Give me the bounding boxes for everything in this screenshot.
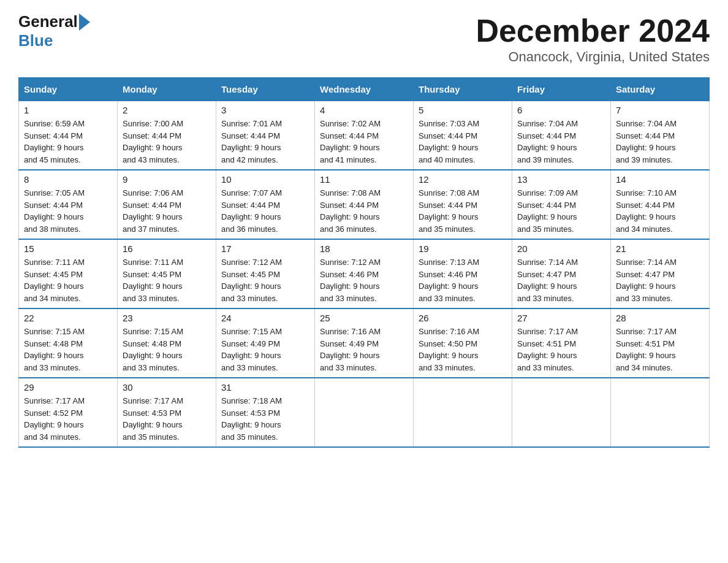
table-row: 9 Sunrise: 7:06 AM Sunset: 4:44 PM Dayli… bbox=[118, 170, 216, 239]
table-row: 17 Sunrise: 7:12 AM Sunset: 4:45 PM Dayl… bbox=[216, 239, 315, 308]
table-row: 5 Sunrise: 7:03 AM Sunset: 4:44 PM Dayli… bbox=[414, 101, 512, 170]
title-area: December 2024 Onancock, Virginia, United… bbox=[476, 12, 710, 65]
day-info: Sunrise: 7:17 AM Sunset: 4:52 PM Dayligh… bbox=[24, 395, 112, 443]
day-number: 22 bbox=[24, 313, 112, 323]
day-number: 6 bbox=[517, 105, 605, 115]
day-info: Sunrise: 7:08 AM Sunset: 4:44 PM Dayligh… bbox=[419, 187, 507, 235]
day-info: Sunrise: 7:06 AM Sunset: 4:44 PM Dayligh… bbox=[123, 187, 211, 235]
header-monday: Monday bbox=[118, 78, 216, 101]
table-row: 15 Sunrise: 7:11 AM Sunset: 4:45 PM Dayl… bbox=[19, 239, 118, 308]
day-info: Sunrise: 7:04 AM Sunset: 4:44 PM Dayligh… bbox=[517, 118, 605, 166]
day-number: 31 bbox=[221, 382, 309, 393]
table-row: 26 Sunrise: 7:16 AM Sunset: 4:50 PM Dayl… bbox=[414, 308, 512, 378]
table-row: 10 Sunrise: 7:07 AM Sunset: 4:44 PM Dayl… bbox=[216, 170, 315, 239]
day-info: Sunrise: 7:09 AM Sunset: 4:44 PM Dayligh… bbox=[517, 187, 605, 235]
table-row: 22 Sunrise: 7:15 AM Sunset: 4:48 PM Dayl… bbox=[19, 308, 118, 378]
day-number: 10 bbox=[221, 174, 309, 185]
table-row bbox=[611, 378, 710, 447]
table-row bbox=[512, 378, 611, 447]
table-row: 30 Sunrise: 7:17 AM Sunset: 4:53 PM Dayl… bbox=[118, 378, 216, 447]
day-number: 12 bbox=[419, 174, 507, 185]
table-row: 27 Sunrise: 7:17 AM Sunset: 4:51 PM Dayl… bbox=[512, 308, 611, 378]
logo-blue: Blue bbox=[18, 31, 53, 50]
table-row bbox=[315, 378, 414, 447]
day-number: 13 bbox=[517, 174, 605, 185]
table-row: 31 Sunrise: 7:18 AM Sunset: 4:53 PM Dayl… bbox=[216, 378, 315, 447]
header-saturday: Saturday bbox=[611, 78, 710, 101]
day-number: 20 bbox=[517, 243, 605, 254]
day-number: 23 bbox=[123, 313, 211, 323]
day-number: 9 bbox=[123, 174, 211, 185]
table-row: 3 Sunrise: 7:01 AM Sunset: 4:44 PM Dayli… bbox=[216, 101, 315, 170]
table-row: 16 Sunrise: 7:11 AM Sunset: 4:45 PM Dayl… bbox=[118, 239, 216, 308]
day-number: 5 bbox=[419, 105, 507, 115]
day-info: Sunrise: 7:17 AM Sunset: 4:51 PM Dayligh… bbox=[517, 326, 605, 373]
table-row: 4 Sunrise: 7:02 AM Sunset: 4:44 PM Dayli… bbox=[315, 101, 414, 170]
day-info: Sunrise: 7:05 AM Sunset: 4:44 PM Dayligh… bbox=[24, 187, 112, 235]
day-number: 4 bbox=[320, 105, 408, 115]
table-row bbox=[414, 378, 512, 447]
day-info: Sunrise: 7:16 AM Sunset: 4:49 PM Dayligh… bbox=[320, 326, 408, 373]
calendar-week-row: 29 Sunrise: 7:17 AM Sunset: 4:52 PM Dayl… bbox=[19, 378, 710, 447]
calendar-week-row: 15 Sunrise: 7:11 AM Sunset: 4:45 PM Dayl… bbox=[19, 239, 710, 308]
day-number: 25 bbox=[320, 313, 408, 323]
day-number: 2 bbox=[123, 105, 211, 115]
calendar-week-row: 8 Sunrise: 7:05 AM Sunset: 4:44 PM Dayli… bbox=[19, 170, 710, 239]
table-row: 29 Sunrise: 7:17 AM Sunset: 4:52 PM Dayl… bbox=[19, 378, 118, 447]
day-info: Sunrise: 7:17 AM Sunset: 4:53 PM Dayligh… bbox=[123, 395, 211, 443]
day-info: Sunrise: 7:08 AM Sunset: 4:44 PM Dayligh… bbox=[320, 187, 408, 235]
day-info: Sunrise: 7:07 AM Sunset: 4:44 PM Dayligh… bbox=[221, 187, 309, 235]
calendar-week-row: 1 Sunrise: 6:59 AM Sunset: 4:44 PM Dayli… bbox=[19, 101, 710, 170]
day-number: 8 bbox=[24, 174, 112, 185]
table-row: 1 Sunrise: 6:59 AM Sunset: 4:44 PM Dayli… bbox=[19, 101, 118, 170]
header-sunday: Sunday bbox=[19, 78, 118, 101]
day-info: Sunrise: 7:11 AM Sunset: 4:45 PM Dayligh… bbox=[123, 256, 211, 304]
day-info: Sunrise: 7:02 AM Sunset: 4:44 PM Dayligh… bbox=[320, 118, 408, 166]
table-row: 19 Sunrise: 7:13 AM Sunset: 4:46 PM Dayl… bbox=[414, 239, 512, 308]
day-number: 1 bbox=[24, 105, 112, 115]
table-row: 28 Sunrise: 7:17 AM Sunset: 4:51 PM Dayl… bbox=[611, 308, 710, 378]
table-row: 24 Sunrise: 7:15 AM Sunset: 4:49 PM Dayl… bbox=[216, 308, 315, 378]
day-number: 3 bbox=[221, 105, 309, 115]
day-number: 17 bbox=[221, 243, 309, 254]
table-row: 6 Sunrise: 7:04 AM Sunset: 4:44 PM Dayli… bbox=[512, 101, 611, 170]
day-info: Sunrise: 7:12 AM Sunset: 4:46 PM Dayligh… bbox=[320, 256, 408, 304]
day-info: Sunrise: 7:15 AM Sunset: 4:49 PM Dayligh… bbox=[221, 326, 309, 373]
day-number: 28 bbox=[616, 313, 704, 323]
day-info: Sunrise: 7:04 AM Sunset: 4:44 PM Dayligh… bbox=[616, 118, 704, 166]
table-row: 20 Sunrise: 7:14 AM Sunset: 4:47 PM Dayl… bbox=[512, 239, 611, 308]
day-number: 21 bbox=[616, 243, 704, 254]
day-info: Sunrise: 7:03 AM Sunset: 4:44 PM Dayligh… bbox=[419, 118, 507, 166]
table-row: 7 Sunrise: 7:04 AM Sunset: 4:44 PM Dayli… bbox=[611, 101, 710, 170]
logo-arrow-icon bbox=[79, 13, 90, 31]
day-number: 18 bbox=[320, 243, 408, 254]
day-info: Sunrise: 7:11 AM Sunset: 4:45 PM Dayligh… bbox=[24, 256, 112, 304]
calendar-header-row: Sunday Monday Tuesday Wednesday Thursday… bbox=[19, 78, 710, 101]
day-number: 7 bbox=[616, 105, 704, 115]
day-number: 24 bbox=[221, 313, 309, 323]
day-info: Sunrise: 7:13 AM Sunset: 4:46 PM Dayligh… bbox=[419, 256, 507, 304]
table-row: 14 Sunrise: 7:10 AM Sunset: 4:44 PM Dayl… bbox=[611, 170, 710, 239]
calendar-week-row: 22 Sunrise: 7:15 AM Sunset: 4:48 PM Dayl… bbox=[19, 308, 710, 378]
day-info: Sunrise: 6:59 AM Sunset: 4:44 PM Dayligh… bbox=[24, 118, 112, 166]
table-row: 21 Sunrise: 7:14 AM Sunset: 4:47 PM Dayl… bbox=[611, 239, 710, 308]
table-row: 12 Sunrise: 7:08 AM Sunset: 4:44 PM Dayl… bbox=[414, 170, 512, 239]
day-info: Sunrise: 7:15 AM Sunset: 4:48 PM Dayligh… bbox=[123, 326, 211, 373]
header-wednesday: Wednesday bbox=[315, 78, 414, 101]
day-number: 26 bbox=[419, 313, 507, 323]
day-info: Sunrise: 7:15 AM Sunset: 4:48 PM Dayligh… bbox=[24, 326, 112, 373]
day-info: Sunrise: 7:10 AM Sunset: 4:44 PM Dayligh… bbox=[616, 187, 704, 235]
day-number: 15 bbox=[24, 243, 112, 254]
header-friday: Friday bbox=[512, 78, 611, 101]
day-number: 16 bbox=[123, 243, 211, 254]
table-row: 8 Sunrise: 7:05 AM Sunset: 4:44 PM Dayli… bbox=[19, 170, 118, 239]
day-info: Sunrise: 7:14 AM Sunset: 4:47 PM Dayligh… bbox=[517, 256, 605, 304]
day-info: Sunrise: 7:17 AM Sunset: 4:51 PM Dayligh… bbox=[616, 326, 704, 373]
day-info: Sunrise: 7:14 AM Sunset: 4:47 PM Dayligh… bbox=[616, 256, 704, 304]
day-info: Sunrise: 7:12 AM Sunset: 4:45 PM Dayligh… bbox=[221, 256, 309, 304]
day-info: Sunrise: 7:01 AM Sunset: 4:44 PM Dayligh… bbox=[221, 118, 309, 166]
header-thursday: Thursday bbox=[414, 78, 512, 101]
logo: General Blue bbox=[18, 12, 91, 50]
calendar-table: Sunday Monday Tuesday Wednesday Thursday… bbox=[18, 77, 710, 448]
logo-general: General bbox=[18, 12, 78, 31]
